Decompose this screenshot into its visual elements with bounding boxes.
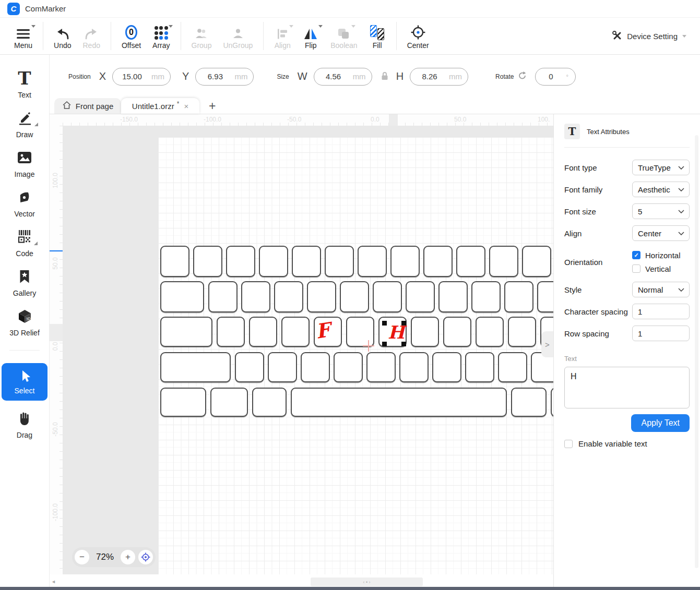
keyboard-key[interactable] [160, 317, 212, 347]
lock-icon[interactable] [381, 71, 389, 82]
enable-variable-text-option[interactable]: Enable variable text [564, 439, 690, 448]
keyboard-key[interactable] [193, 246, 222, 277]
apply-text-button[interactable]: Apply Text [631, 414, 690, 432]
keyboard-key[interactable] [522, 246, 551, 277]
checkbox-unchecked-icon[interactable] [564, 440, 573, 448]
keyboard-key[interactable] [443, 317, 471, 347]
keyboard-key[interactable] [358, 246, 387, 277]
keyboard-key[interactable] [340, 281, 369, 312]
keyboard-key[interactable] [498, 352, 527, 382]
keyboard-key[interactable] [456, 246, 485, 277]
tab-document[interactable]: Untitle1.orzr * × [121, 98, 199, 114]
offset-button[interactable]: 0 Offset [116, 23, 147, 49]
keyboard-key[interactable] [160, 352, 231, 382]
keyboard-key[interactable] [399, 352, 429, 382]
rotate-input[interactable]: 0 ° [535, 68, 576, 86]
keyboard-key[interactable] [537, 281, 553, 312]
center-button[interactable]: Center [401, 23, 435, 49]
keyboard-key[interactable] [160, 281, 204, 312]
device-setting-button[interactable]: Device Setting [612, 18, 686, 55]
keyboard-key[interactable] [465, 352, 494, 382]
zoom-fit-button[interactable] [138, 550, 153, 564]
style-select[interactable]: Normal [632, 282, 690, 297]
sidebar-item-3d-relief[interactable]: 3D 3D Relief [9, 306, 40, 337]
select-tool-button[interactable]: Select [2, 363, 48, 401]
selection-handle[interactable] [382, 321, 387, 326]
panel-scrollbar[interactable] [695, 135, 698, 568]
orientation-vertical-option[interactable]: Vertical [632, 264, 690, 273]
checkbox-unchecked-icon[interactable] [632, 264, 640, 273]
align-select[interactable]: Center [632, 225, 690, 241]
orientation-horizontal-option[interactable]: ✓ Horizontal [632, 251, 690, 260]
new-tab-button[interactable]: + [209, 99, 216, 113]
keyboard-key[interactable] [235, 352, 264, 382]
keyboard-key[interactable] [241, 281, 270, 312]
flip-button[interactable]: Flip [296, 23, 325, 49]
sidebar-item-draw[interactable]: Draw [16, 108, 33, 139]
keyboard-key[interactable] [438, 281, 468, 312]
keyboard-key[interactable] [471, 281, 501, 312]
document[interactable]: F H [158, 137, 553, 574]
keyboard-key[interactable] [551, 388, 553, 417]
zoom-in-button[interactable]: + [121, 550, 135, 564]
keyboard-key[interactable] [268, 352, 297, 382]
keyboard-key[interactable] [160, 388, 206, 417]
font-family-select[interactable]: Aesthetic [632, 182, 690, 197]
keyboard-key[interactable] [366, 352, 396, 382]
sidebar-item-gallery[interactable]: Gallery [13, 267, 36, 297]
horizontal-scrollbar-thumb[interactable]: ‹ • › [311, 577, 423, 586]
selection-handle[interactable] [382, 342, 387, 346]
fill-button[interactable]: Fill [363, 23, 391, 49]
keyboard-key[interactable] [508, 317, 536, 347]
keyboard-key[interactable] [511, 388, 547, 417]
keyboard-key[interactable] [292, 246, 321, 277]
rotate-reset-icon[interactable] [518, 71, 527, 82]
size-h-input[interactable]: 8.26 mm [410, 68, 468, 86]
keyboard-key[interactable] [325, 246, 354, 277]
engraving-mark-f[interactable]: F [314, 320, 331, 342]
checkbox-checked-icon[interactable]: ✓ [632, 251, 640, 259]
tab-front-page[interactable]: Front page [54, 98, 121, 114]
keyboard-key[interactable] [334, 352, 363, 382]
row-spacing-input[interactable]: 1 [632, 326, 690, 341]
position-y-input[interactable]: 6.93 mm [195, 68, 254, 86]
keyboard-key[interactable] [489, 246, 518, 277]
keyboard-key[interactable] [504, 281, 533, 312]
font-type-select[interactable]: TrueType [632, 160, 690, 175]
sidebar-item-code[interactable]: Code [16, 227, 33, 258]
text-content-input[interactable]: H [564, 367, 690, 408]
keyboard-key[interactable] [281, 317, 310, 347]
keyboard-key[interactable] [476, 317, 504, 347]
keyboard-key[interactable] [274, 281, 303, 312]
sidebar-item-vector[interactable]: Vector [14, 187, 35, 218]
panel-collapse-toggle[interactable]: > [541, 331, 553, 357]
size-w-input[interactable]: 4.56 mm [314, 68, 372, 86]
keyboard-key[interactable] [301, 352, 330, 382]
keyboard-key[interactable] [390, 246, 420, 277]
drag-tool-button[interactable]: Drag [17, 408, 32, 439]
zoom-out-button[interactable]: − [75, 550, 89, 564]
font-size-select[interactable]: 5 [632, 203, 690, 219]
selection-handle[interactable] [401, 342, 406, 346]
selection-handle[interactable] [401, 321, 406, 326]
keyboard-key[interactable] [411, 317, 439, 347]
keyboard-key[interactable] [432, 352, 461, 382]
keyboard-key[interactable] [208, 281, 238, 312]
keyboard-key[interactable] [307, 281, 336, 312]
sidebar-item-text[interactable]: T Text [18, 68, 31, 99]
keyboard-key[interactable] [160, 246, 189, 277]
keyboard-layer[interactable] [158, 137, 553, 574]
keyboard-key[interactable] [423, 246, 453, 277]
undo-button[interactable]: Undo [48, 23, 77, 49]
canvas-viewport[interactable]: F H − 72% + > [63, 126, 553, 574]
array-button[interactable]: Array [147, 23, 175, 49]
keyboard-key[interactable] [252, 388, 287, 417]
scroll-left-arrow-icon[interactable]: ◄ [51, 579, 56, 584]
keyboard-key[interactable] [291, 388, 507, 417]
position-x-input[interactable]: 15.00 mm [112, 68, 171, 86]
keyboard-key[interactable] [226, 246, 255, 277]
keyboard-key[interactable] [217, 317, 245, 347]
sidebar-item-image[interactable]: Image [15, 148, 35, 178]
keyboard-key[interactable] [249, 317, 277, 347]
keyboard-key[interactable] [259, 246, 288, 277]
